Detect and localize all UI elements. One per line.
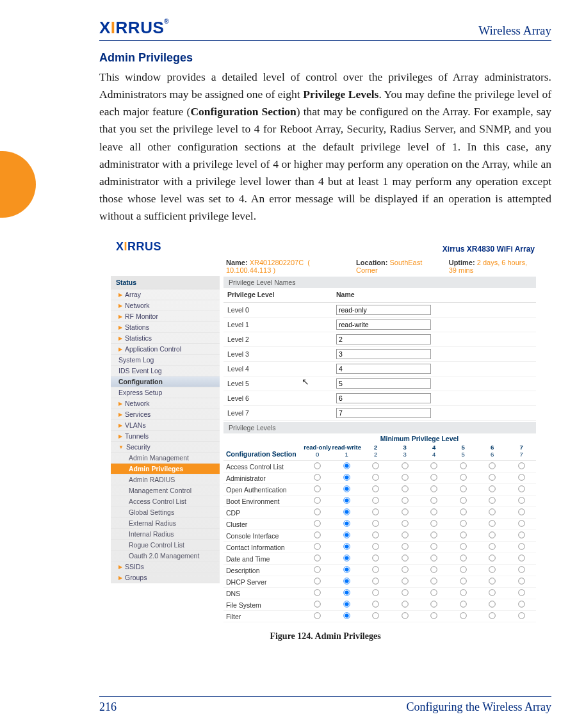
privilege-radio[interactable] [489, 462, 496, 469]
privilege-radio[interactable] [489, 508, 496, 515]
privilege-radio[interactable] [343, 485, 350, 492]
privilege-radio[interactable] [518, 531, 524, 538]
privilege-radio[interactable] [343, 601, 350, 607]
privilege-radio[interactable] [431, 497, 437, 503]
privilege-radio[interactable] [373, 520, 379, 526]
privilege-radio[interactable] [314, 531, 321, 538]
privilege-radio[interactable] [402, 508, 408, 515]
nav-subitem[interactable]: External Radius [111, 518, 220, 529]
privilege-radio[interactable] [518, 497, 524, 503]
privilege-radio[interactable] [431, 520, 437, 526]
privilege-radio[interactable] [431, 462, 437, 469]
privilege-radio[interactable] [431, 531, 437, 538]
nav-item[interactable]: Express Setup [111, 387, 220, 398]
privilege-radio[interactable] [402, 612, 408, 619]
privilege-radio[interactable] [343, 554, 350, 561]
privilege-radio[interactable] [431, 612, 437, 619]
nav-subitem[interactable]: Rogue Control List [111, 540, 220, 551]
privilege-radio[interactable] [314, 578, 321, 584]
privilege-radio[interactable] [373, 566, 379, 572]
privilege-radio[interactable] [343, 497, 350, 503]
privilege-radio[interactable] [431, 474, 437, 480]
privilege-radio[interactable] [373, 601, 379, 607]
privilege-radio[interactable] [402, 462, 408, 469]
nav-subitem[interactable]: Management Control [111, 485, 220, 496]
privilege-radio[interactable] [373, 554, 379, 561]
privilege-radio[interactable] [460, 531, 466, 538]
nav-item[interactable]: IDS Event Log [111, 366, 220, 376]
privilege-radio[interactable] [402, 531, 408, 538]
privilege-radio[interactable] [460, 520, 466, 526]
nav-subitem[interactable]: Admin Privileges [111, 464, 220, 474]
nav-configuration-title[interactable]: Configuration [111, 376, 220, 387]
privilege-radio[interactable] [314, 520, 321, 526]
privilege-radio[interactable] [314, 554, 321, 561]
privilege-radio[interactable] [431, 601, 437, 607]
privilege-radio[interactable] [489, 485, 496, 492]
privilege-radio[interactable] [460, 601, 466, 607]
nav-item[interactable]: ▶Array [111, 289, 220, 300]
privilege-radio[interactable] [518, 612, 524, 619]
privilege-radio[interactable] [402, 497, 408, 503]
nav-item[interactable]: ▶Services [111, 409, 220, 420]
nav-subitem[interactable]: Admin RADIUS [111, 474, 220, 485]
privilege-radio[interactable] [402, 520, 408, 526]
privilege-radio[interactable] [314, 543, 321, 549]
privilege-radio[interactable] [373, 497, 379, 503]
nav-item[interactable]: ▶Network [111, 398, 220, 409]
privilege-radio[interactable] [373, 462, 379, 469]
privilege-radio[interactable] [402, 485, 408, 492]
privilege-radio[interactable] [431, 589, 437, 595]
nav-subitem[interactable]: Oauth 2.0 Management [111, 551, 220, 562]
level-name-input[interactable] [336, 408, 431, 418]
privilege-radio[interactable] [431, 554, 437, 561]
privilege-radio[interactable] [343, 531, 350, 538]
privilege-radio[interactable] [518, 508, 524, 515]
privilege-radio[interactable] [431, 566, 437, 572]
privilege-radio[interactable] [343, 520, 350, 526]
privilege-radio[interactable] [373, 578, 379, 584]
privilege-radio[interactable] [343, 508, 350, 515]
nav-item[interactable]: System Log [111, 355, 220, 366]
privilege-radio[interactable] [373, 589, 379, 595]
privilege-radio[interactable] [431, 578, 437, 584]
privilege-radio[interactable] [314, 601, 321, 607]
privilege-radio[interactable] [343, 474, 350, 480]
privilege-radio[interactable] [460, 462, 466, 469]
nav-subitem[interactable]: Admin Management [111, 453, 220, 464]
nav-item[interactable]: ▶VLANs [111, 420, 220, 431]
privilege-radio[interactable] [314, 497, 321, 503]
privilege-radio[interactable] [489, 589, 496, 595]
privilege-radio[interactable] [518, 589, 524, 595]
privilege-radio[interactable] [431, 485, 437, 492]
privilege-radio[interactable] [343, 589, 350, 595]
privilege-radio[interactable] [373, 485, 379, 492]
nav-item[interactable]: ▶Statistics [111, 333, 220, 344]
privilege-radio[interactable] [402, 474, 408, 480]
privilege-radio[interactable] [343, 543, 350, 549]
nav-item[interactable]: ▼Security [111, 442, 220, 453]
privilege-radio[interactable] [518, 578, 524, 584]
privilege-radio[interactable] [431, 543, 437, 549]
level-name-input[interactable] [336, 393, 431, 403]
nav-item[interactable]: ▶Network [111, 300, 220, 311]
privilege-radio[interactable] [489, 497, 496, 503]
privilege-radio[interactable] [489, 554, 496, 561]
privilege-radio[interactable] [402, 601, 408, 607]
privilege-radio[interactable] [460, 508, 466, 515]
privilege-radio[interactable] [343, 578, 350, 584]
privilege-radio[interactable] [402, 554, 408, 561]
privilege-radio[interactable] [460, 474, 466, 480]
privilege-radio[interactable] [343, 462, 350, 469]
privilege-radio[interactable] [518, 554, 524, 561]
privilege-radio[interactable] [489, 531, 496, 538]
level-name-input[interactable] [336, 349, 431, 359]
privilege-radio[interactable] [373, 543, 379, 549]
privilege-radio[interactable] [460, 578, 466, 584]
privilege-radio[interactable] [460, 612, 466, 619]
nav-item[interactable]: ▶Tunnels [111, 431, 220, 442]
privilege-radio[interactable] [402, 589, 408, 595]
privilege-radio[interactable] [518, 543, 524, 549]
privilege-radio[interactable] [314, 589, 321, 595]
privilege-radio[interactable] [460, 543, 466, 549]
